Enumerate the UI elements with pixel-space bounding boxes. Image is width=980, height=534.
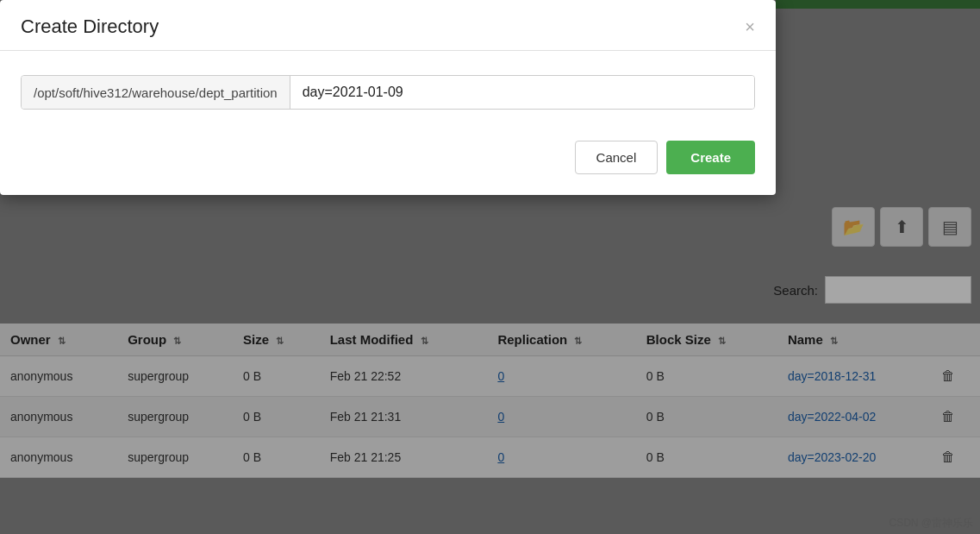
path-prefix: /opt/soft/hive312/warehouse/dept_partiti… <box>22 76 290 109</box>
create-directory-modal: Create Directory × /opt/soft/hive312/war… <box>0 0 776 195</box>
directory-name-input[interactable] <box>290 76 754 109</box>
create-button[interactable]: Create <box>666 141 755 174</box>
cancel-button[interactable]: Cancel <box>575 141 659 174</box>
modal-body: /opt/soft/hive312/warehouse/dept_partiti… <box>0 51 776 127</box>
path-row: /opt/soft/hive312/warehouse/dept_partiti… <box>21 75 755 110</box>
watermark: CSDN @雷神乐乐 <box>889 516 973 531</box>
modal-close-button[interactable]: × <box>745 18 755 35</box>
modal-header: Create Directory × <box>0 0 776 51</box>
modal-footer: Cancel Create <box>0 127 776 195</box>
modal-overlay: Create Directory × /opt/soft/hive312/war… <box>0 0 980 534</box>
modal-title: Create Directory <box>21 16 159 38</box>
